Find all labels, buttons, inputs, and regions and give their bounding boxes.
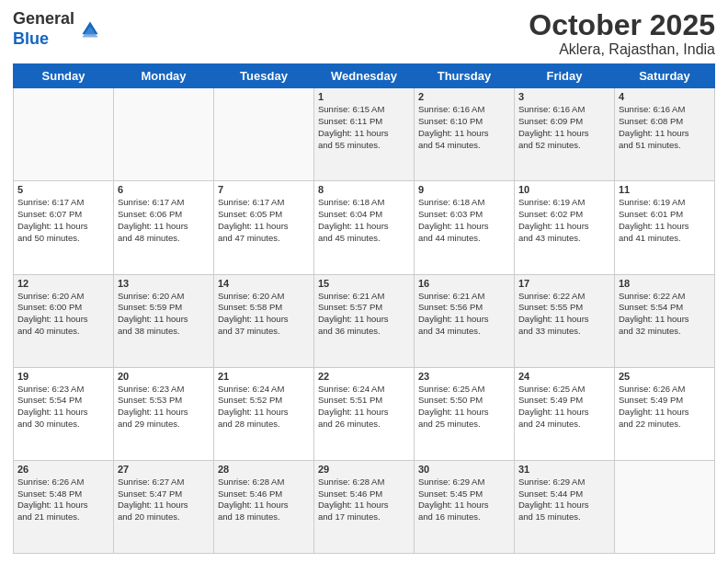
logo: General Blue — [13, 9, 101, 49]
day-info: Sunrise: 6:20 AM Sunset: 5:59 PM Dayligh… — [118, 291, 210, 338]
day-number: 12 — [17, 278, 109, 289]
day-cell: 24Sunrise: 6:25 AM Sunset: 5:49 PM Dayli… — [515, 367, 615, 460]
day-cell: 30Sunrise: 6:29 AM Sunset: 5:45 PM Dayli… — [415, 460, 515, 553]
day-number: 30 — [418, 464, 510, 475]
day-number: 9 — [418, 184, 510, 195]
day-number: 3 — [518, 91, 610, 102]
day-info: Sunrise: 6:17 AM Sunset: 6:06 PM Dayligh… — [118, 197, 210, 244]
day-info: Sunrise: 6:16 AM Sunset: 6:08 PM Dayligh… — [619, 104, 711, 151]
day-cell: 28Sunrise: 6:28 AM Sunset: 5:46 PM Dayli… — [214, 460, 314, 553]
day-info: Sunrise: 6:25 AM Sunset: 5:49 PM Dayligh… — [518, 384, 610, 431]
week-row-2: 5Sunrise: 6:17 AM Sunset: 6:07 PM Daylig… — [14, 181, 715, 274]
logo-blue: Blue — [13, 29, 74, 50]
location-title: Aklera, Rajasthan, India — [529, 41, 715, 58]
day-number: 22 — [318, 371, 410, 382]
day-header-thursday: Thursday — [415, 64, 515, 88]
day-cell — [615, 460, 715, 553]
day-cell: 21Sunrise: 6:24 AM Sunset: 5:52 PM Dayli… — [214, 367, 314, 460]
day-cell: 10Sunrise: 6:19 AM Sunset: 6:02 PM Dayli… — [515, 181, 615, 274]
day-number: 31 — [518, 464, 610, 475]
day-cell: 8Sunrise: 6:18 AM Sunset: 6:04 PM Daylig… — [314, 181, 415, 274]
day-info: Sunrise: 6:22 AM Sunset: 5:55 PM Dayligh… — [518, 291, 610, 338]
day-cell: 25Sunrise: 6:26 AM Sunset: 5:49 PM Dayli… — [615, 367, 715, 460]
day-info: Sunrise: 6:16 AM Sunset: 6:09 PM Dayligh… — [518, 104, 610, 151]
day-info: Sunrise: 6:22 AM Sunset: 5:54 PM Dayligh… — [619, 291, 711, 338]
day-info: Sunrise: 6:23 AM Sunset: 5:54 PM Dayligh… — [17, 384, 109, 431]
day-number: 10 — [518, 184, 610, 195]
day-cell: 29Sunrise: 6:28 AM Sunset: 5:46 PM Dayli… — [314, 460, 415, 553]
day-cell — [114, 88, 214, 181]
day-info: Sunrise: 6:20 AM Sunset: 6:00 PM Dayligh… — [17, 291, 109, 338]
day-number: 21 — [218, 371, 310, 382]
day-number: 19 — [17, 371, 109, 382]
day-info: Sunrise: 6:19 AM Sunset: 6:01 PM Dayligh… — [619, 197, 711, 244]
logo-icon — [79, 18, 101, 40]
week-row-5: 26Sunrise: 6:26 AM Sunset: 5:48 PM Dayli… — [14, 460, 715, 553]
day-number: 26 — [17, 464, 109, 475]
day-info: Sunrise: 6:18 AM Sunset: 6:04 PM Dayligh… — [318, 197, 410, 244]
day-info: Sunrise: 6:24 AM Sunset: 5:52 PM Dayligh… — [218, 384, 310, 431]
day-header-sunday: Sunday — [14, 64, 114, 88]
day-header-wednesday: Wednesday — [314, 64, 415, 88]
day-header-tuesday: Tuesday — [214, 64, 314, 88]
day-cell: 2Sunrise: 6:16 AM Sunset: 6:10 PM Daylig… — [415, 88, 515, 181]
header-row: SundayMondayTuesdayWednesdayThursdayFrid… — [14, 64, 715, 88]
day-number: 13 — [118, 278, 210, 289]
day-info: Sunrise: 6:17 AM Sunset: 6:07 PM Dayligh… — [17, 197, 109, 244]
day-cell: 23Sunrise: 6:25 AM Sunset: 5:50 PM Dayli… — [415, 367, 515, 460]
day-cell: 31Sunrise: 6:29 AM Sunset: 5:44 PM Dayli… — [515, 460, 615, 553]
day-cell: 5Sunrise: 6:17 AM Sunset: 6:07 PM Daylig… — [14, 181, 114, 274]
day-info: Sunrise: 6:25 AM Sunset: 5:50 PM Dayligh… — [418, 384, 510, 431]
day-cell: 11Sunrise: 6:19 AM Sunset: 6:01 PM Dayli… — [615, 181, 715, 274]
day-number: 27 — [118, 464, 210, 475]
day-header-monday: Monday — [114, 64, 214, 88]
header: General Blue October 2025 Aklera, Rajast… — [13, 9, 715, 58]
day-number: 28 — [218, 464, 310, 475]
day-cell: 17Sunrise: 6:22 AM Sunset: 5:55 PM Dayli… — [515, 274, 615, 367]
day-info: Sunrise: 6:15 AM Sunset: 6:11 PM Dayligh… — [318, 104, 410, 151]
day-info: Sunrise: 6:29 AM Sunset: 5:45 PM Dayligh… — [418, 477, 510, 523]
day-cell: 18Sunrise: 6:22 AM Sunset: 5:54 PM Dayli… — [615, 274, 715, 367]
day-number: 20 — [118, 371, 210, 382]
day-cell: 4Sunrise: 6:16 AM Sunset: 6:08 PM Daylig… — [615, 88, 715, 181]
day-info: Sunrise: 6:17 AM Sunset: 6:05 PM Dayligh… — [218, 197, 310, 244]
day-number: 29 — [318, 464, 410, 475]
day-number: 1 — [318, 91, 410, 102]
day-cell — [214, 88, 314, 181]
day-cell: 22Sunrise: 6:24 AM Sunset: 5:51 PM Dayli… — [314, 367, 415, 460]
day-info: Sunrise: 6:23 AM Sunset: 5:53 PM Dayligh… — [118, 384, 210, 431]
day-info: Sunrise: 6:29 AM Sunset: 5:44 PM Dayligh… — [518, 477, 610, 523]
day-cell: 12Sunrise: 6:20 AM Sunset: 6:00 PM Dayli… — [14, 274, 114, 367]
day-cell: 6Sunrise: 6:17 AM Sunset: 6:06 PM Daylig… — [114, 181, 214, 274]
week-row-3: 12Sunrise: 6:20 AM Sunset: 6:00 PM Dayli… — [14, 274, 715, 367]
day-cell: 15Sunrise: 6:21 AM Sunset: 5:57 PM Dayli… — [314, 274, 415, 367]
day-info: Sunrise: 6:26 AM Sunset: 5:49 PM Dayligh… — [619, 384, 711, 431]
day-number: 5 — [17, 184, 109, 195]
day-cell: 26Sunrise: 6:26 AM Sunset: 5:48 PM Dayli… — [14, 460, 114, 553]
day-number: 11 — [619, 184, 711, 195]
day-cell: 7Sunrise: 6:17 AM Sunset: 6:05 PM Daylig… — [214, 181, 314, 274]
day-number: 17 — [518, 278, 610, 289]
day-cell: 16Sunrise: 6:21 AM Sunset: 5:56 PM Dayli… — [415, 274, 515, 367]
title-block: October 2025 Aklera, Rajasthan, India — [529, 9, 715, 58]
day-info: Sunrise: 6:28 AM Sunset: 5:46 PM Dayligh… — [318, 477, 410, 523]
week-row-4: 19Sunrise: 6:23 AM Sunset: 5:54 PM Dayli… — [14, 367, 715, 460]
day-number: 4 — [619, 91, 711, 102]
day-info: Sunrise: 6:20 AM Sunset: 5:58 PM Dayligh… — [218, 291, 310, 338]
day-info: Sunrise: 6:21 AM Sunset: 5:56 PM Dayligh… — [418, 291, 510, 338]
calendar-table: SundayMondayTuesdayWednesdayThursdayFrid… — [13, 63, 715, 554]
week-row-1: 1Sunrise: 6:15 AM Sunset: 6:11 PM Daylig… — [14, 88, 715, 181]
day-info: Sunrise: 6:18 AM Sunset: 6:03 PM Dayligh… — [418, 197, 510, 244]
day-cell: 1Sunrise: 6:15 AM Sunset: 6:11 PM Daylig… — [314, 88, 415, 181]
day-info: Sunrise: 6:24 AM Sunset: 5:51 PM Dayligh… — [318, 384, 410, 431]
day-header-saturday: Saturday — [615, 64, 715, 88]
day-info: Sunrise: 6:21 AM Sunset: 5:57 PM Dayligh… — [318, 291, 410, 338]
day-number: 8 — [318, 184, 410, 195]
month-title: October 2025 — [529, 9, 715, 41]
day-info: Sunrise: 6:27 AM Sunset: 5:47 PM Dayligh… — [118, 477, 210, 523]
day-number: 16 — [418, 278, 510, 289]
day-cell: 3Sunrise: 6:16 AM Sunset: 6:09 PM Daylig… — [515, 88, 615, 181]
day-number: 15 — [318, 278, 410, 289]
day-info: Sunrise: 6:16 AM Sunset: 6:10 PM Dayligh… — [418, 104, 510, 151]
day-info: Sunrise: 6:26 AM Sunset: 5:48 PM Dayligh… — [17, 477, 109, 523]
